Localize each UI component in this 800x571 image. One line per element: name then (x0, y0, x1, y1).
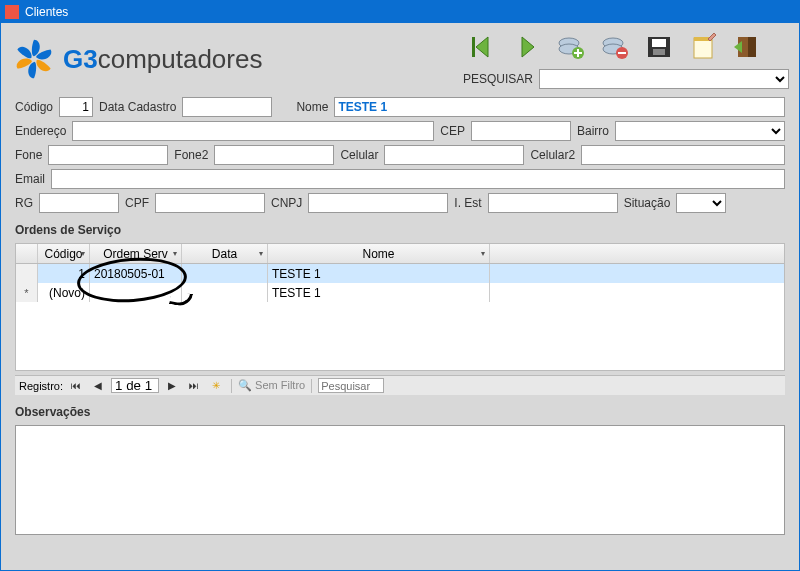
codigo-field[interactable] (59, 97, 93, 117)
endereco-field[interactable] (72, 121, 434, 141)
iest-label: I. Est (454, 196, 481, 210)
codigo-label: Código (15, 100, 53, 114)
nav-next-button[interactable]: ▶ (163, 378, 181, 394)
data-cadastro-field[interactable] (182, 97, 272, 117)
email-field[interactable] (51, 169, 785, 189)
nav-prev-button[interactable]: ◀ (89, 378, 107, 394)
search-label: PESQUISAR (463, 72, 533, 86)
cell-codigo[interactable]: 1 (38, 264, 90, 283)
logo-text: G3computadores (63, 44, 262, 75)
nav-first-button[interactable]: ⏮ (67, 378, 85, 394)
rg-field[interactable] (39, 193, 119, 213)
rg-label: RG (15, 196, 33, 210)
cell-data[interactable] (182, 283, 268, 302)
bairro-select[interactable] (615, 121, 785, 141)
notes-button[interactable] (683, 29, 723, 65)
nav-search-field[interactable] (318, 378, 384, 393)
celular2-field[interactable] (581, 145, 785, 165)
cell-ordem[interactable]: 20180505-01 (90, 264, 182, 283)
cnpj-label: CNPJ (271, 196, 302, 210)
header: G3computadores (1, 23, 799, 91)
row-marker: * (16, 283, 38, 302)
cpf-label: CPF (125, 196, 149, 210)
celular2-label: Celular2 (530, 148, 575, 162)
nav-last-button[interactable]: ⏭ (185, 378, 203, 394)
swirl-icon (11, 36, 57, 82)
cnpj-field[interactable] (308, 193, 448, 213)
cpf-field[interactable] (155, 193, 265, 213)
svg-rect-1 (472, 37, 475, 57)
svg-rect-10 (652, 39, 666, 47)
table-row[interactable]: *(Novo)TESTE 1 (16, 283, 784, 302)
exit-button[interactable] (727, 29, 767, 65)
titlebar: Clientes (1, 1, 799, 23)
col-codigo[interactable]: Código (38, 244, 90, 263)
registro-label: Registro: (19, 380, 63, 392)
fone2-field[interactable] (214, 145, 334, 165)
nome-field[interactable] (334, 97, 785, 117)
endereco-label: Endereço (15, 124, 66, 138)
fone-label: Fone (15, 148, 42, 162)
cell-ordem[interactable] (90, 283, 182, 302)
record-position-field[interactable] (111, 378, 159, 393)
bairro-label: Bairro (577, 124, 609, 138)
os-grid[interactable]: Código Ordem Serv Data Nome 120180505-01… (15, 243, 785, 371)
save-button[interactable] (639, 29, 679, 65)
app-window: Clientes G3computadores (0, 0, 800, 571)
celular-label: Celular (340, 148, 378, 162)
col-ordem[interactable]: Ordem Serv (90, 244, 182, 263)
cell-data[interactable] (182, 264, 268, 283)
cep-field[interactable] (471, 121, 571, 141)
no-filter-label[interactable]: 🔍 Sem Filtro (238, 379, 305, 392)
observacoes-textarea[interactable] (15, 425, 785, 535)
cell-nome[interactable]: TESTE 1 (268, 283, 490, 302)
svg-marker-2 (522, 37, 534, 57)
form-area: Código Data Cadastro Nome Endereço CEP B… (1, 91, 799, 540)
svg-marker-0 (476, 37, 488, 57)
situacao-select[interactable] (676, 193, 726, 213)
search-select[interactable] (539, 69, 789, 89)
nav-new-button[interactable]: ✳ (207, 378, 225, 394)
app-icon (5, 5, 19, 19)
fone-field[interactable] (48, 145, 168, 165)
svg-rect-15 (748, 37, 756, 57)
os-section-title: Ordens de Serviço (15, 223, 785, 237)
data-cadastro-label: Data Cadastro (99, 100, 176, 114)
add-record-button[interactable] (551, 29, 591, 65)
delete-record-button[interactable] (595, 29, 635, 65)
cep-label: CEP (440, 124, 465, 138)
obs-title: Observações (15, 405, 785, 419)
svg-rect-11 (653, 49, 665, 55)
prev-record-button[interactable] (463, 29, 503, 65)
col-data[interactable]: Data (182, 244, 268, 263)
fone2-label: Fone2 (174, 148, 208, 162)
email-label: Email (15, 172, 45, 186)
os-grid-header: Código Ordem Serv Data Nome (16, 244, 784, 264)
col-nome[interactable]: Nome (268, 244, 490, 263)
celular-field[interactable] (384, 145, 524, 165)
cell-nome[interactable]: TESTE 1 (268, 264, 490, 283)
table-row[interactable]: 120180505-01TESTE 1 (16, 264, 784, 283)
nome-label: Nome (296, 100, 328, 114)
toolbar: PESQUISAR (463, 29, 789, 89)
record-navigator: Registro: ⏮ ◀ ▶ ⏭ ✳ 🔍 Sem Filtro (15, 375, 785, 395)
window-title: Clientes (25, 5, 68, 19)
row-marker (16, 264, 38, 283)
cell-codigo[interactable]: (Novo) (38, 283, 90, 302)
next-record-button[interactable] (507, 29, 547, 65)
situacao-label: Situação (624, 196, 671, 210)
iest-field[interactable] (488, 193, 618, 213)
logo: G3computadores (11, 36, 262, 82)
